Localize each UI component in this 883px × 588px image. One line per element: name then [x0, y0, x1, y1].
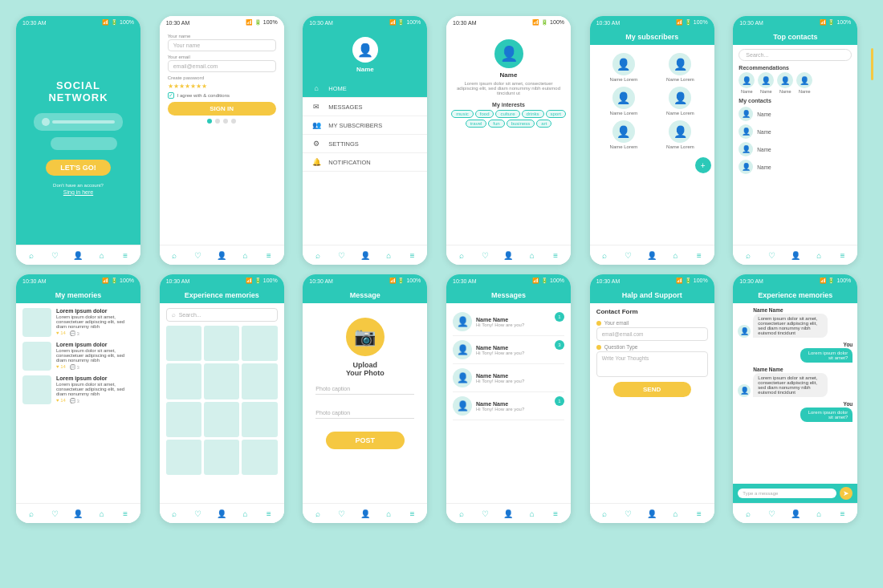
- menu-item-settings[interactable]: ⚙ SETTINGS: [303, 135, 427, 153]
- nav-home-icon-9[interactable]: ⌂: [383, 508, 394, 519]
- nav-person-icon-3[interactable]: 👤: [360, 249, 371, 261]
- chat-message-input[interactable]: Type a message: [738, 489, 836, 498]
- nav-home-icon[interactable]: ⌂: [96, 249, 108, 261]
- comment-icon-1[interactable]: 💬 3: [70, 330, 79, 336]
- nav-heart-icon-6[interactable]: ♡: [766, 249, 777, 261]
- menu-item-notification[interactable]: 🔔 NOTIFICATION: [303, 153, 427, 172]
- nav-heart-icon-5[interactable]: ♡: [623, 249, 634, 261]
- tag-sport[interactable]: sport: [546, 110, 566, 118]
- chat-send-button[interactable]: ➤: [840, 487, 852, 500]
- subscriber-4[interactable]: 👤 Name Lorem: [654, 87, 706, 116]
- message-item-3[interactable]: 👤 Name Name Hi Tony! How are you?: [453, 364, 564, 392]
- nav-home-icon-3[interactable]: ⌂: [383, 249, 394, 261]
- contact-list-1[interactable]: 👤 Name: [739, 105, 852, 123]
- nav-person-icon-2[interactable]: 👤: [216, 249, 227, 261]
- nav-menu-icon-2[interactable]: ≡: [263, 249, 275, 261]
- post-button[interactable]: POST: [326, 432, 405, 449]
- nav-heart-icon[interactable]: ♡: [49, 249, 60, 261]
- nav-search-icon-4[interactable]: ⌕: [456, 249, 467, 261]
- thoughts-textarea[interactable]: Write Your Thoughts: [596, 351, 708, 377]
- lets-go-button[interactable]: LET'S GO!: [46, 160, 111, 176]
- nav-search-icon-6[interactable]: ⌕: [743, 249, 754, 261]
- nav-home-icon-12[interactable]: ⌂: [813, 508, 824, 519]
- message-item-1[interactable]: 👤 Name Name Hi Tony! How are you? 1: [453, 308, 564, 336]
- nav-search-icon-10[interactable]: ⌕: [456, 508, 467, 519]
- nav-person-icon-8[interactable]: 👤: [216, 508, 227, 519]
- contact-list-3[interactable]: 👤 Name: [739, 140, 852, 158]
- nav-search-icon-5[interactable]: ⌕: [599, 249, 610, 261]
- nav-menu-icon-11[interactable]: ≡: [694, 508, 705, 519]
- nav-menu-icon-8[interactable]: ≡: [263, 508, 275, 519]
- like-icon-3[interactable]: ♥ 14: [56, 398, 66, 403]
- nav-menu-icon-3[interactable]: ≡: [407, 249, 418, 261]
- subscriber-5[interactable]: 👤 Name Lorem: [598, 120, 650, 149]
- nav-search-icon-8[interactable]: ⌕: [169, 508, 180, 519]
- nav-home-icon-7[interactable]: ⌂: [96, 508, 108, 519]
- nav-person-icon[interactable]: 👤: [72, 249, 83, 261]
- nav-person-icon-5[interactable]: 👤: [646, 249, 657, 261]
- nav-search-icon-2[interactable]: ⌕: [169, 249, 180, 261]
- like-icon-1[interactable]: ♥ 14: [56, 330, 66, 336]
- menu-item-subscribers[interactable]: 👥 MY SUBSCRIBERS: [303, 116, 427, 135]
- nav-person-icon-10[interactable]: 👤: [503, 508, 514, 519]
- nav-search-icon-12[interactable]: ⌕: [743, 508, 754, 519]
- add-subscriber-btn[interactable]: +: [695, 157, 711, 173]
- rec-contact-3[interactable]: 👤 Name: [777, 72, 793, 94]
- nav-person-icon-6[interactable]: 👤: [790, 249, 801, 261]
- tag-music[interactable]: music: [451, 110, 474, 118]
- rec-contact-4[interactable]: 👤 Name: [796, 72, 812, 94]
- nav-heart-icon-10[interactable]: ♡: [479, 508, 490, 519]
- nav-menu-icon-6[interactable]: ≡: [837, 249, 848, 261]
- nav-menu-icon-10[interactable]: ≡: [550, 508, 561, 519]
- tag-travel[interactable]: travel: [466, 120, 487, 128]
- nav-person-icon-7[interactable]: 👤: [72, 508, 83, 519]
- comment-icon-3[interactable]: 💬 3: [70, 398, 79, 403]
- contact-list-2[interactable]: 👤 Name: [739, 123, 852, 140]
- nav-heart-icon-11[interactable]: ♡: [623, 508, 634, 519]
- nav-menu-icon-5[interactable]: ≡: [694, 249, 705, 261]
- contact-list-4[interactable]: 👤 Name: [739, 158, 852, 176]
- nav-person-icon-9[interactable]: 👤: [360, 508, 371, 519]
- nav-heart-icon-9[interactable]: ♡: [336, 508, 347, 519]
- photo-caption-input[interactable]: Photo caption: [315, 383, 414, 395]
- photo-caption-field[interactable]: Photo caption: [315, 408, 414, 419]
- subscriber-6[interactable]: 👤 Name Lorem: [654, 120, 706, 149]
- nav-home-icon-10[interactable]: ⌂: [527, 508, 538, 519]
- nav-search-icon-7[interactable]: ⌕: [26, 508, 37, 519]
- name-input[interactable]: Your name: [168, 39, 276, 51]
- nav-heart-icon-2[interactable]: ♡: [193, 249, 204, 261]
- sign-in-button[interactable]: SIGN IN: [168, 102, 276, 116]
- sign-in-link[interactable]: Sing in here: [63, 189, 93, 195]
- nav-home-icon-6[interactable]: ⌂: [813, 249, 824, 261]
- nav-person-icon-11[interactable]: 👤: [646, 508, 657, 519]
- nav-home-icon-2[interactable]: ⌂: [240, 249, 251, 261]
- message-item-4[interactable]: 👤 Name Name Hi Tony! How are you? 1: [453, 392, 564, 420]
- nav-person-icon-12[interactable]: 👤: [790, 508, 801, 519]
- exp-search-input[interactable]: ⌕ Search...: [166, 308, 278, 322]
- nav-heart-icon-7[interactable]: ♡: [49, 508, 60, 519]
- nav-home-icon-5[interactable]: ⌂: [670, 249, 682, 261]
- nav-heart-icon-3[interactable]: ♡: [336, 249, 347, 261]
- message-item-2[interactable]: 👤 Name Name Hi Tony! How are you? 3: [453, 336, 564, 364]
- nav-search-icon[interactable]: ⌕: [26, 249, 37, 261]
- nav-menu-icon-9[interactable]: ≡: [407, 508, 418, 519]
- tag-culture[interactable]: culture: [495, 110, 519, 118]
- nav-search-icon-11[interactable]: ⌕: [599, 508, 610, 519]
- nav-home-icon-11[interactable]: ⌂: [670, 508, 682, 519]
- nav-search-icon-9[interactable]: ⌕: [312, 508, 323, 519]
- nav-menu-icon-7[interactable]: ≡: [120, 508, 131, 519]
- rec-contact-2[interactable]: 👤 Name: [758, 72, 774, 94]
- tag-drinks[interactable]: drinks: [522, 110, 544, 118]
- nav-menu-icon[interactable]: ≡: [120, 249, 131, 261]
- nav-heart-icon-4[interactable]: ♡: [479, 249, 490, 261]
- subscriber-1[interactable]: 👤 Name Lorem: [598, 53, 650, 82]
- menu-item-home[interactable]: ⌂ HOME: [303, 79, 427, 98]
- nav-menu-icon-4[interactable]: ≡: [550, 249, 561, 261]
- nav-menu-icon-12[interactable]: ≡: [837, 508, 848, 519]
- tag-art[interactable]: art: [536, 120, 551, 128]
- nav-person-icon-4[interactable]: 👤: [503, 249, 514, 261]
- subscriber-3[interactable]: 👤 Name Lorem: [598, 87, 650, 116]
- send-button[interactable]: SEND: [613, 382, 691, 397]
- contacts-search-input[interactable]: Search...: [739, 49, 852, 61]
- subscriber-2[interactable]: 👤 Name Lorem: [654, 53, 706, 82]
